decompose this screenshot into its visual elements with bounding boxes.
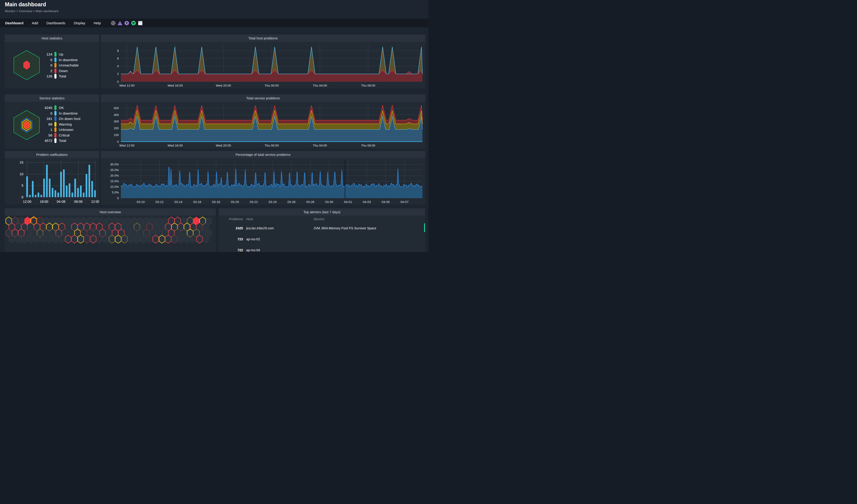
legend-color-pill [54, 74, 56, 79]
host-name[interactable]: ap-ms-04 [246, 248, 314, 252]
svg-text:12:00: 12:00 [23, 200, 31, 203]
panel-total-service-problems: Total service problems 0100200300400500W… [101, 95, 425, 148]
host-hexagon[interactable] [159, 235, 165, 243]
svg-text:Wed 12:00: Wed 12:00 [119, 144, 134, 147]
panel-total-host-problems: Total host problems 02468Wed 12:00Wed 16… [101, 35, 425, 88]
legend-label: In downtime [59, 111, 78, 115]
svg-text:06:00: 06:00 [74, 200, 83, 203]
svg-text:20.0%: 20.0% [110, 174, 119, 177]
svg-text:8: 8 [117, 49, 119, 52]
svg-text:Thu 04:00: Thu 04:00 [313, 84, 327, 87]
window-snapin-icon[interactable] [138, 20, 143, 26]
svg-text:04-05: 04-05 [382, 200, 390, 204]
column-host: Host [246, 217, 314, 221]
host-hexagon[interactable] [84, 235, 90, 243]
top-alerters-header: Probleme Host Service [221, 216, 423, 223]
legend-value: 4245 [39, 106, 52, 110]
menu-icons [111, 20, 143, 26]
menu-item-dashboard[interactable]: Dashboard [5, 21, 23, 25]
svg-text:03-16: 03-16 [193, 200, 201, 204]
svg-text:0: 0 [117, 80, 119, 84]
legend-value: 0 [39, 63, 52, 67]
legend-value: 0 [39, 111, 52, 115]
svg-text:Thu 00:00: Thu 00:00 [265, 84, 279, 87]
svg-text:03-30: 03-30 [325, 200, 333, 204]
legend-row-in-downtime: 0In downtime [39, 111, 98, 116]
host-name[interactable]: ap-ms-02 [246, 237, 314, 241]
svg-text:15.0%: 15.0% [110, 180, 119, 183]
legend-label: Critical [59, 133, 70, 137]
legend-value: 4572 [39, 139, 52, 142]
svg-text:03-22: 03-22 [250, 200, 258, 204]
alerter-row[interactable]: 2425jira.lan.tribe29.comJVM JIRA Memory … [221, 223, 423, 234]
legend-label: OK [59, 106, 64, 110]
panel-problem-notifications: Problem notifications 05101512:0018:0004… [5, 151, 99, 205]
svg-text:5: 5 [21, 184, 23, 187]
menu-items: DashboardAddDashboardsDisplayHelp [5, 21, 109, 25]
panel-percentage-service-problems: Percentage of total service problems 05.… [101, 151, 425, 205]
alerter-row[interactable]: 722ap-ms-04 [221, 245, 423, 252]
host-hexagon[interactable] [197, 235, 203, 243]
svg-text:03-20: 03-20 [231, 200, 239, 204]
svg-text:6: 6 [117, 57, 119, 60]
svg-text:15: 15 [20, 161, 23, 164]
legend-row-total: 4572Total [39, 138, 98, 144]
menu-item-dashboards[interactable]: Dashboards [47, 21, 65, 25]
legend-row-on-down-host: 181On down host [39, 116, 98, 121]
legend-color-pill [54, 111, 56, 116]
page-title: Main dashboard [5, 1, 46, 8]
service-name[interactable]: JVM JIRA Memory Pool PS Survivor Space [314, 226, 423, 230]
host-hexagon[interactable] [165, 235, 171, 243]
host-name[interactable]: jira.lan.tribe29.com [246, 226, 314, 230]
svg-text:500: 500 [114, 106, 119, 110]
globe-icon[interactable] [111, 20, 116, 26]
svg-text:25.0%: 25.0% [110, 168, 119, 172]
legend-label: Total [59, 74, 66, 78]
svg-text:100: 100 [114, 133, 119, 137]
svg-text:0: 0 [117, 197, 119, 200]
legend-row-total: 126Total [39, 73, 98, 79]
hexagon-up-icon[interactable] [124, 20, 129, 26]
host-hexagon[interactable] [171, 235, 178, 243]
host-hexagon[interactable] [115, 235, 121, 243]
alerter-row[interactable]: 723ap-ms-02 [221, 234, 423, 245]
menu-bar: DashboardAddDashboardsDisplayHelp [0, 19, 428, 27]
panel-title: Service statistics [5, 95, 99, 102]
warning-triangle-icon[interactable] [117, 20, 122, 26]
percentage-service-problems-chart: 05.0%10.0%15.0%20.0%25.0%30.0%03-1003-12… [101, 158, 425, 205]
legend-label: Unknown [59, 128, 73, 132]
scrollbar-thumb[interactable] [424, 223, 425, 232]
filter-icon[interactable] [131, 20, 136, 26]
host-hexagon[interactable] [78, 235, 84, 243]
panel-service-statistics: Service statistics 4245OK0In downtime181… [5, 95, 99, 148]
problem-notifications-chart: 05101512:0018:0004-0806:0012:00 [5, 158, 99, 205]
host-hexagon[interactable] [65, 235, 71, 243]
svg-text:03-18: 03-18 [212, 200, 220, 204]
svg-text:03-26: 03-26 [287, 200, 296, 204]
menu-item-help[interactable]: Help [94, 21, 101, 25]
panel-host-overview: Host overview [5, 208, 216, 252]
host-hexagon[interactable] [90, 235, 96, 243]
panel-title: Problem notifications [5, 151, 99, 158]
svg-text:04-01: 04-01 [344, 200, 352, 204]
panel-title: Top alerters (last 7 days) [219, 208, 425, 216]
legend-color-pill [54, 105, 56, 110]
menu-item-add[interactable]: Add [32, 21, 38, 25]
legend-row-in-downtime: 0In downtime [39, 57, 98, 63]
host-hexagon[interactable] [71, 235, 78, 243]
svg-text:03-12: 03-12 [155, 200, 164, 204]
svg-text:03-10: 03-10 [137, 200, 145, 204]
svg-text:Thu 00:00: Thu 00:00 [265, 144, 279, 147]
svg-text:Wed 20:00: Wed 20:00 [216, 144, 231, 147]
legend-row-ok: 4245OK [39, 105, 98, 111]
svg-text:04-08: 04-08 [57, 200, 65, 203]
host-hexagon[interactable] [153, 235, 159, 243]
menu-item-display[interactable]: Display [74, 21, 85, 25]
host-hexagon[interactable] [122, 235, 128, 243]
host-hexagon[interactable] [109, 235, 115, 243]
legend-row-up: 124Up [39, 52, 98, 57]
column-service: Service [314, 217, 423, 221]
svg-text:04-07: 04-07 [401, 200, 409, 204]
svg-text:5.0%: 5.0% [112, 191, 119, 194]
legend-row-critical: 56Critical [39, 133, 98, 138]
